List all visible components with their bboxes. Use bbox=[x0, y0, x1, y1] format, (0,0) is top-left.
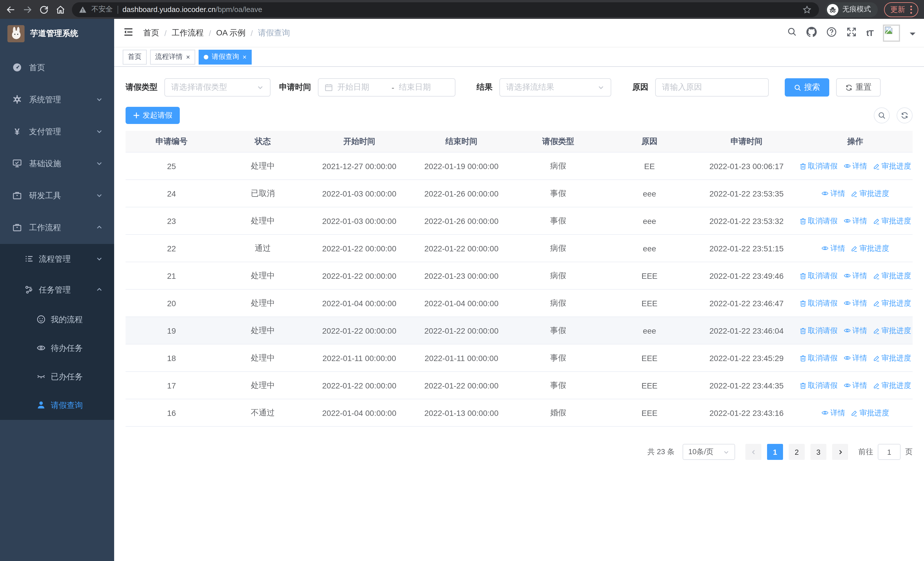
update-button[interactable]: 更新 bbox=[884, 2, 918, 17]
address-bar[interactable]: 不安全 dashboard.yudao.iocoder.cn/bpm/oa/le… bbox=[72, 2, 819, 17]
cancel-leave-link[interactable]: 取消请假 bbox=[799, 325, 837, 335]
approval-progress-link[interactable]: 审批进度 bbox=[851, 243, 889, 253]
close-icon[interactable]: × bbox=[243, 53, 246, 60]
page-number-button[interactable]: 2 bbox=[789, 444, 805, 460]
detail-link[interactable]: 详情 bbox=[821, 408, 845, 418]
forward-icon[interactable] bbox=[22, 4, 33, 15]
detail-link[interactable]: 详情 bbox=[843, 380, 867, 391]
sidebar-item-home[interactable]: 首页 bbox=[0, 52, 114, 84]
page-number-button[interactable]: 1 bbox=[767, 444, 783, 460]
gear-icon bbox=[12, 95, 22, 105]
browser-menu-icon[interactable] bbox=[910, 5, 912, 14]
breadcrumb-item[interactable]: 工作流程 bbox=[172, 28, 204, 38]
cell-actions: 详情 审批进度 bbox=[798, 188, 913, 199]
sidebar-item-my-process[interactable]: 我的流程 bbox=[0, 305, 114, 334]
font-size-icon[interactable]: tT bbox=[866, 28, 873, 38]
breadcrumb-item[interactable]: 首页 bbox=[143, 28, 159, 38]
table-refresh-button[interactable] bbox=[897, 107, 913, 123]
url-text[interactable]: dashboard.yudao.iocoder.cn/bpm/oa/leave bbox=[122, 5, 262, 14]
sidebar-item-leave-query[interactable]: 请假查询 bbox=[0, 391, 114, 420]
approval-progress-link[interactable]: 审批进度 bbox=[851, 408, 889, 418]
detail-link[interactable]: 详情 bbox=[843, 216, 867, 226]
sidebar-item-todo-tasks[interactable]: 待办任务 bbox=[0, 334, 114, 363]
tag-process-detail[interactable]: 流程详情 × bbox=[150, 50, 195, 64]
page-number-button[interactable]: 3 bbox=[810, 444, 826, 460]
reset-button[interactable]: 重置 bbox=[836, 78, 880, 96]
result-select[interactable]: 请选择流结果 bbox=[500, 78, 611, 96]
goto-page-input[interactable]: 1 bbox=[878, 444, 901, 460]
cell-apply-time: 2022-01-23 00:06:17 bbox=[695, 161, 798, 170]
bookmark-star-icon[interactable] bbox=[802, 4, 812, 15]
sidebar-item-devtools[interactable]: 研发工具 bbox=[0, 180, 114, 212]
approval-progress-link[interactable]: 审批进度 bbox=[873, 298, 911, 308]
github-icon[interactable] bbox=[806, 27, 817, 39]
close-icon[interactable]: × bbox=[186, 53, 190, 60]
leave-type-select[interactable]: 请选择请假类型 bbox=[164, 78, 270, 96]
sidebar-item-done-tasks[interactable]: 已办任务 bbox=[0, 363, 114, 391]
tag-leave-query[interactable]: 请假查询 × bbox=[199, 50, 252, 64]
create-leave-button[interactable]: 发起请假 bbox=[126, 107, 180, 124]
approval-progress-link[interactable]: 审批进度 bbox=[851, 188, 889, 199]
chevron-up-icon bbox=[96, 223, 103, 233]
approval-progress-link[interactable]: 审批进度 bbox=[873, 325, 911, 335]
sidebar-item-infra[interactable]: 基础设施 bbox=[0, 148, 114, 180]
detail-link[interactable]: 详情 bbox=[821, 188, 845, 199]
table-search-toggle-button[interactable] bbox=[874, 107, 890, 123]
approval-progress-link[interactable]: 审批进度 bbox=[873, 271, 911, 281]
help-icon[interactable] bbox=[826, 27, 837, 39]
page-size-select[interactable]: 10条/页 bbox=[682, 444, 735, 460]
table-row[interactable]: 24 已取消 2022-01-03 00:00:00 2022-01-26 00… bbox=[126, 180, 913, 208]
avatar-caret-icon[interactable] bbox=[910, 33, 915, 38]
cell-end-time: 2022-01-11 00:00:00 bbox=[410, 353, 513, 362]
cancel-leave-link[interactable]: 取消请假 bbox=[799, 380, 837, 391]
detail-link[interactable]: 详情 bbox=[843, 353, 867, 363]
detail-link[interactable]: 详情 bbox=[843, 325, 867, 335]
cancel-leave-link[interactable]: 取消请假 bbox=[799, 271, 837, 281]
not-secure-warning-icon[interactable] bbox=[79, 5, 87, 14]
detail-link[interactable]: 详情 bbox=[821, 243, 845, 253]
reason-input[interactable]: 请输入原因 bbox=[655, 78, 769, 96]
table-row[interactable]: 21 处理中 2022-01-22 00:00:00 2022-01-23 00… bbox=[126, 262, 913, 290]
table-row[interactable]: 18 处理中 2022-01-11 00:00:00 2022-01-11 00… bbox=[126, 344, 913, 372]
cell-end-time: 2022-01-26 00:00:00 bbox=[410, 216, 513, 226]
table-row[interactable]: 22 通过 2022-01-22 00:00:00 2022-01-22 00:… bbox=[126, 235, 913, 262]
search-button[interactable]: 搜索 bbox=[785, 78, 829, 96]
chevron-right-icon bbox=[837, 449, 843, 455]
sidebar-item-task-mgmt[interactable]: 任务管理 bbox=[0, 275, 114, 305]
menu-fold-icon[interactable] bbox=[123, 26, 134, 40]
cell-start-time: 2022-01-22 00:00:00 bbox=[308, 244, 410, 253]
approval-progress-link[interactable]: 审批进度 bbox=[873, 216, 911, 226]
cancel-leave-link[interactable]: 取消请假 bbox=[799, 216, 837, 226]
approval-progress-link[interactable]: 审批进度 bbox=[873, 353, 911, 363]
home-icon[interactable] bbox=[56, 4, 66, 15]
cancel-leave-link[interactable]: 取消请假 bbox=[799, 298, 837, 308]
table-row[interactable]: 19 处理中 2022-01-22 00:00:00 2022-01-22 00… bbox=[126, 317, 913, 344]
detail-link[interactable]: 详情 bbox=[843, 161, 867, 171]
approval-progress-link[interactable]: 审批进度 bbox=[873, 380, 911, 391]
prev-page-button[interactable] bbox=[746, 444, 761, 460]
cancel-leave-link[interactable]: 取消请假 bbox=[799, 161, 837, 171]
back-icon[interactable] bbox=[6, 4, 16, 15]
sidebar-item-workflow[interactable]: 工作流程 bbox=[0, 212, 114, 244]
table-row[interactable]: 23 处理中 2022-01-03 00:00:00 2022-01-26 00… bbox=[126, 208, 913, 235]
sidebar-item-pay[interactable]: ¥ 支付管理 bbox=[0, 116, 114, 148]
apply-time-range-picker[interactable]: 开始日期 - 结束日期 bbox=[318, 78, 455, 96]
table-row[interactable]: 20 处理中 2022-01-04 00:00:00 2022-01-04 00… bbox=[126, 290, 913, 317]
sidebar-item-system[interactable]: 系统管理 bbox=[0, 84, 114, 116]
fullscreen-icon[interactable] bbox=[846, 27, 856, 39]
table-row[interactable]: 17 处理中 2022-01-22 00:00:00 2022-01-22 00… bbox=[126, 372, 913, 399]
browser-toolbar: 不安全 dashboard.yudao.iocoder.cn/bpm/oa/le… bbox=[0, 0, 924, 19]
detail-link[interactable]: 详情 bbox=[843, 271, 867, 281]
sidebar-item-process-mgmt[interactable]: 流程管理 bbox=[0, 244, 114, 275]
cancel-leave-link[interactable]: 取消请假 bbox=[799, 353, 837, 363]
approval-progress-link[interactable]: 审批进度 bbox=[873, 161, 911, 171]
search-icon[interactable] bbox=[787, 27, 797, 39]
detail-link[interactable]: 详情 bbox=[843, 298, 867, 308]
avatar[interactable] bbox=[883, 24, 900, 41]
table-row[interactable]: 25 处理中 2021-12-27 00:00:00 2022-01-19 00… bbox=[126, 152, 913, 180]
next-page-button[interactable] bbox=[832, 444, 848, 460]
tag-home[interactable]: 首页 bbox=[123, 50, 147, 64]
table-row[interactable]: 16 不通过 2022-01-04 00:00:00 2022-01-13 00… bbox=[126, 399, 913, 427]
reload-icon[interactable] bbox=[39, 4, 49, 15]
breadcrumb-item[interactable]: OA 示例 bbox=[216, 28, 246, 38]
